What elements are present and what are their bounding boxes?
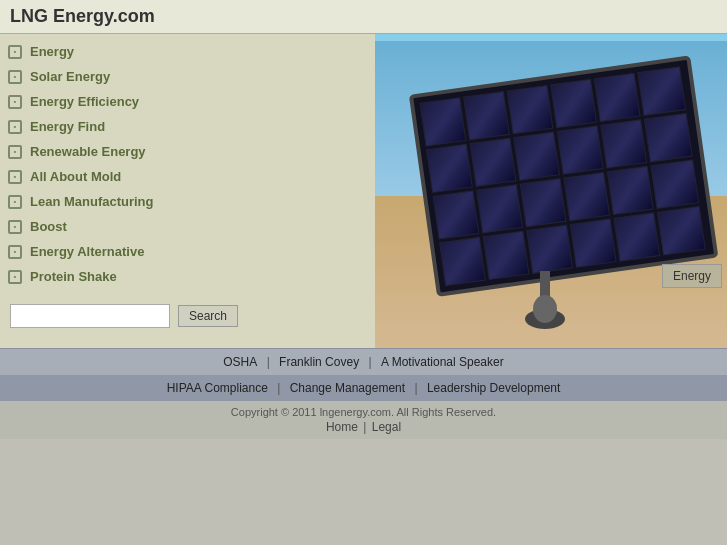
- main-container: Energy Solar Energy Energy Efficiency En…: [0, 34, 727, 348]
- hipaa-link[interactable]: HIPAA Compliance: [167, 381, 268, 395]
- copyright-text: Copyright © 2011 lngenergy.com. All Righ…: [5, 406, 722, 418]
- separator-4: |: [414, 381, 417, 395]
- svg-rect-9: [427, 144, 473, 192]
- solar-panel-svg: [375, 34, 727, 348]
- svg-rect-18: [564, 173, 610, 221]
- links-bar-1: OSHA | Franklin Covey | A Motivational S…: [0, 348, 727, 375]
- sidebar-label-protein-shake: Protein Shake: [30, 269, 117, 284]
- bullet-icon: [8, 195, 22, 209]
- sidebar-item-solar-energy[interactable]: Solar Energy: [0, 64, 375, 89]
- svg-rect-19: [607, 166, 653, 214]
- site-title: LNG Energy.com: [10, 6, 155, 26]
- search-button[interactable]: Search: [178, 305, 238, 327]
- home-link[interactable]: Home: [326, 420, 358, 434]
- svg-rect-14: [644, 113, 692, 161]
- separator-3: |: [277, 381, 280, 395]
- svg-rect-10: [470, 138, 516, 186]
- svg-rect-8: [638, 67, 686, 115]
- bullet-icon: [8, 45, 22, 59]
- change-management-link[interactable]: Change Management: [290, 381, 405, 395]
- sidebar-item-protein-shake[interactable]: Protein Shake: [0, 264, 375, 289]
- sidebar-item-lean-manufacturing[interactable]: Lean Manufacturing: [0, 189, 375, 214]
- svg-rect-24: [570, 219, 616, 267]
- leadership-dev-link[interactable]: Leadership Development: [427, 381, 560, 395]
- sidebar-item-renewable-energy[interactable]: Renewable Energy: [0, 139, 375, 164]
- energy-overlay-button[interactable]: Energy: [662, 264, 722, 288]
- sidebar-item-energy-find[interactable]: Energy Find: [0, 114, 375, 139]
- separator-1: |: [267, 355, 270, 369]
- bullet-icon: [8, 145, 22, 159]
- sidebar-item-boost[interactable]: Boost: [0, 214, 375, 239]
- bullet-icon: [8, 70, 22, 84]
- svg-rect-13: [601, 120, 647, 168]
- svg-rect-20: [651, 160, 699, 208]
- svg-rect-15: [433, 191, 479, 239]
- separator-2: |: [368, 355, 371, 369]
- svg-rect-5: [507, 86, 553, 134]
- sidebar-item-energy[interactable]: Energy: [0, 39, 375, 64]
- search-area: Search: [0, 289, 375, 343]
- sidebar-item-energy-efficiency[interactable]: Energy Efficiency: [0, 89, 375, 114]
- footer-separator: |: [363, 420, 366, 434]
- svg-rect-26: [658, 207, 706, 255]
- sidebar-label-energy: Energy: [30, 44, 74, 59]
- motivational-speaker-link[interactable]: A Motivational Speaker: [381, 355, 504, 369]
- svg-rect-7: [594, 73, 640, 121]
- svg-rect-25: [614, 213, 660, 261]
- svg-rect-12: [557, 126, 603, 174]
- footer-links: Home | Legal: [5, 420, 722, 434]
- bullet-icon: [8, 270, 22, 284]
- bullet-icon: [8, 220, 22, 234]
- sidebar-item-all-about-mold[interactable]: All About Mold: [0, 164, 375, 189]
- site-header: LNG Energy.com: [0, 0, 727, 34]
- franklin-covey-link[interactable]: Franklin Covey: [279, 355, 359, 369]
- search-input[interactable]: [10, 304, 170, 328]
- sidebar-item-energy-alternative[interactable]: Energy Alternative: [0, 239, 375, 264]
- sidebar-label-all-about-mold: All About Mold: [30, 169, 121, 184]
- sidebar-label-solar-energy: Solar Energy: [30, 69, 110, 84]
- bullet-icon: [8, 245, 22, 259]
- sidebar-label-boost: Boost: [30, 219, 67, 234]
- osha-link[interactable]: OSHA: [223, 355, 257, 369]
- legal-link[interactable]: Legal: [372, 420, 401, 434]
- svg-rect-11: [514, 132, 560, 180]
- bullet-icon: [8, 120, 22, 134]
- sidebar-label-lean-manufacturing: Lean Manufacturing: [30, 194, 154, 209]
- svg-rect-4: [464, 92, 510, 140]
- svg-rect-22: [483, 231, 529, 279]
- sidebar-label-energy-find: Energy Find: [30, 119, 105, 134]
- sidebar-label-energy-efficiency: Energy Efficiency: [30, 94, 139, 109]
- svg-rect-6: [551, 79, 597, 127]
- footer: Copyright © 2011 lngenergy.com. All Righ…: [0, 401, 727, 439]
- bullet-icon: [8, 95, 22, 109]
- svg-rect-3: [420, 98, 466, 146]
- bottom-area: [0, 439, 727, 545]
- svg-rect-17: [520, 179, 566, 227]
- svg-rect-23: [527, 225, 573, 273]
- sidebar-label-energy-alternative: Energy Alternative: [30, 244, 144, 259]
- svg-rect-21: [440, 237, 486, 285]
- sidebar-label-renewable-energy: Renewable Energy: [30, 144, 146, 159]
- links-bar-2: HIPAA Compliance | Change Management | L…: [0, 375, 727, 401]
- sidebar: Energy Solar Energy Energy Efficiency En…: [0, 34, 375, 348]
- svg-rect-16: [477, 185, 523, 233]
- hero-image-area: Energy: [375, 34, 727, 348]
- bullet-icon: [8, 170, 22, 184]
- svg-point-29: [533, 295, 557, 323]
